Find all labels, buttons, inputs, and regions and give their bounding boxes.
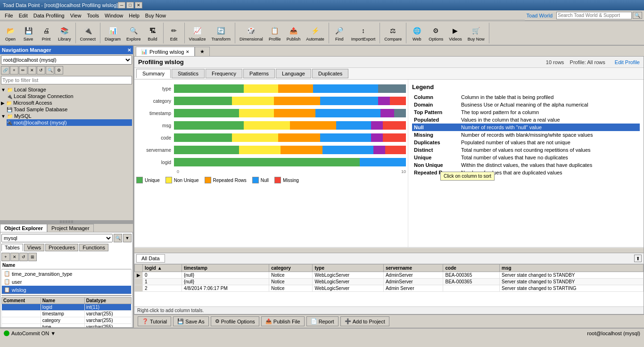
table-item-tz[interactable]: 📋time_zone_transition_type: [2, 270, 131, 278]
menu-tools[interactable]: Tools: [84, 12, 102, 19]
col-head-msg[interactable]: msg: [500, 264, 644, 272]
table-item-wlslog[interactable]: 📋wlslog: [2, 286, 131, 294]
nav-tool-btn-1[interactable]: 🔗: [1, 66, 9, 74]
tree-item-toad-sample[interactable]: 💾 Toad Sample Database: [7, 106, 132, 113]
table-tool-1[interactable]: +: [1, 253, 10, 261]
tree-item-local-storage[interactable]: ▼📁 Local Storage: [1, 86, 132, 93]
chart-row-type[interactable]: type: [136, 83, 406, 94]
toolbar-buy-now[interactable]: 🛒Buy Now: [465, 23, 487, 43]
chart-row-category[interactable]: category: [136, 96, 406, 106]
toolbar-options[interactable]: ⚙Options: [426, 23, 446, 43]
menu-view[interactable]: View: [67, 12, 84, 19]
legend-row[interactable]: DistinctTotal number of values not count…: [412, 146, 640, 154]
nav-tool-btn-4[interactable]: ✕: [28, 66, 36, 74]
toolbar-profile[interactable]: 📋Profile: [266, 23, 283, 43]
legend-row[interactable]: DuplicatesPopulated number of values tha…: [412, 139, 640, 146]
alldata-row[interactable]: 24/8/2014 7:06:17 PMNoticeWebLogicServer…: [135, 285, 644, 292]
tree-item-local-storage-conn[interactable]: 🔌 Local Storage Connection: [7, 93, 132, 99]
toad-search-input[interactable]: [556, 12, 632, 19]
tab-views[interactable]: Views: [24, 244, 44, 251]
db-tool-2[interactable]: ▼: [123, 234, 132, 242]
menu-data-profiling[interactable]: Data Profiling: [31, 12, 67, 19]
close-button[interactable]: ✕: [135, 2, 142, 8]
tab-project-manager[interactable]: Project Manager: [47, 224, 94, 232]
legend-row[interactable]: UniqueTotal number of values that have n…: [412, 154, 640, 161]
table-row[interactable]: logidint(11): [2, 304, 132, 311]
profile-tab-language[interactable]: Language: [276, 69, 311, 78]
column-divider[interactable]: [1, 295, 132, 296]
nav-tool-btn-7[interactable]: ⚙: [55, 66, 63, 74]
col-head-category[interactable]: category: [269, 264, 313, 272]
table-tool-2[interactable]: ✕: [10, 253, 19, 261]
publish-file-button[interactable]: 📤 Publish File: [261, 316, 305, 326]
hscrollbar[interactable]: [134, 248, 644, 253]
legend-row[interactable]: Top PatternThe top word pattern for a co…: [412, 108, 640, 116]
col-header-name[interactable]: Name: [41, 297, 84, 304]
tutorial-button[interactable]: ❓ Tutorial: [138, 316, 171, 326]
nav-tool-btn-3[interactable]: ✏: [19, 66, 27, 74]
nav-connection-select[interactable]: root@localhost (mysql): [1, 55, 132, 65]
add-to-project-button[interactable]: ➕ Add to Project: [340, 316, 389, 326]
menu-file[interactable]: File: [2, 12, 16, 19]
col-head-servername[interactable]: servername: [383, 264, 443, 272]
tab-tables[interactable]: Tables: [1, 244, 23, 251]
toolbar-videos[interactable]: ▶Videos: [446, 23, 464, 43]
alldata-grid[interactable]: logid ▲ timestamp category type serverna…: [134, 264, 644, 306]
nav-filter-input[interactable]: [1, 76, 132, 84]
toad-world-link[interactable]: Toad World: [527, 13, 553, 18]
nav-tool-btn-6[interactable]: 🔍: [46, 66, 54, 74]
alldata-tab-all[interactable]: All Data: [136, 254, 165, 263]
legend-row[interactable]: MissingNumber of records with blank/miss…: [412, 131, 640, 139]
toolbar-build[interactable]: 🏗Build: [144, 23, 161, 43]
legend-row[interactable]: PopulatedValues in the column that have …: [412, 116, 640, 124]
legend-row[interactable]: DomainBusiness Use or Actual meaning of …: [412, 101, 640, 108]
toolbar-save[interactable]: 💾Save: [20, 23, 37, 43]
table-tool-3[interactable]: ↺: [19, 253, 28, 261]
table-row[interactable]: categoryvarchar(255): [2, 317, 132, 324]
legend-row[interactable]: ColumnColumn in the table that is being …: [412, 93, 640, 101]
tree-item-root-localhost[interactable]: 🔌 root@localhost (mysql): [7, 119, 132, 126]
toolbar-edit[interactable]: ✏Edit: [165, 23, 182, 43]
toad-search-button[interactable]: 🔍: [633, 12, 642, 19]
col-head-timestamp[interactable]: timestamp: [182, 264, 269, 272]
doc-tab-close[interactable]: ✕: [186, 50, 190, 54]
chart-row-servername[interactable]: servername: [136, 145, 406, 155]
toolbar-visualize[interactable]: 📈Visualize: [187, 23, 208, 43]
toolbar-open[interactable]: 📂Open: [2, 23, 19, 43]
alldata-row[interactable]: 1{null}NoticeWebLogicServerAdminServerBE…: [135, 279, 644, 285]
nav-tool-btn-5[interactable]: ↺: [37, 66, 45, 74]
profile-options-button[interactable]: ⚙ Profile Options: [211, 316, 259, 326]
tab-functions[interactable]: Functions: [79, 244, 108, 251]
profile-tab-statistics[interactable]: Statistics: [172, 69, 205, 78]
chart-row-code[interactable]: code: [136, 132, 406, 143]
report-button[interactable]: 📄 Report: [306, 316, 339, 326]
nav-manager-close[interactable]: ✕: [127, 48, 131, 53]
profile-tab-duplicates[interactable]: Duplicates: [312, 69, 348, 78]
toolbar-find[interactable]: 🔎Find: [331, 23, 348, 43]
nav-divider[interactable]: ⠿⠿⠿⠿⠿: [0, 220, 133, 224]
col-head-code[interactable]: code: [443, 264, 500, 272]
nav-tool-btn-2[interactable]: +: [10, 66, 18, 74]
col-header-comment[interactable]: Comment: [2, 297, 41, 304]
profile-tab-frequency[interactable]: Frequency: [206, 69, 242, 78]
chart-row-timestamp[interactable]: timestamp: [136, 108, 406, 118]
menu-help[interactable]: Help: [126, 12, 142, 19]
legend-row[interactable]: Non UniqueWithin the distinct values, th…: [412, 161, 640, 169]
toolbar-publish[interactable]: 📤Publish: [284, 23, 303, 43]
toolbar-compare[interactable]: ⚖Compare: [382, 23, 404, 43]
menu-window[interactable]: Window: [102, 12, 126, 19]
toolbar-library[interactable]: 📚Library: [56, 23, 74, 43]
maximize-button[interactable]: □: [126, 2, 134, 8]
col-head-type[interactable]: type: [313, 264, 384, 272]
col-head-logid[interactable]: logid ▲: [143, 264, 182, 272]
table-tool-4[interactable]: ⊞: [28, 253, 37, 261]
col-header-datatype[interactable]: Datatype: [84, 297, 131, 304]
toolbar-web[interactable]: 🌐Web: [408, 23, 425, 43]
alldata-expand-btn[interactable]: ⬆: [634, 255, 642, 262]
toolbar-dimensional[interactable]: 🎲Dimensional: [237, 23, 265, 43]
toolbar-print[interactable]: 🖨Print: [38, 23, 55, 43]
toolbar-connect[interactable]: 🔌Connect: [78, 23, 99, 43]
toolbar-transform[interactable]: 🔄Transform: [209, 23, 233, 43]
profile-tab-patterns[interactable]: Patterns: [243, 69, 275, 78]
doc-tab-star[interactable]: ★: [195, 47, 210, 56]
